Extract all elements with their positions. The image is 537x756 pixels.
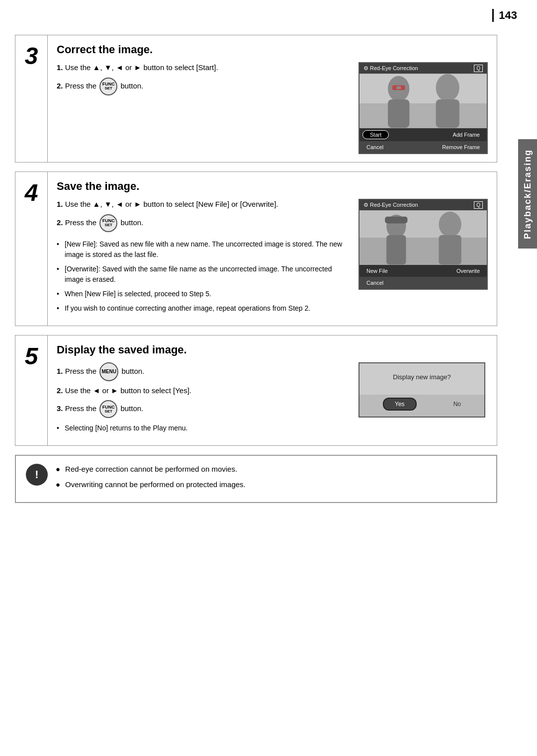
step-5-inst-2-prefix: 2. — [57, 386, 63, 395]
step-5-inst-1: 1. Press the MENU button. — [57, 362, 349, 381]
camera-photo-area-3 — [359, 74, 487, 128]
set-label-3: SET — [104, 86, 112, 90]
arrow-left-icon: ◄ — [116, 63, 123, 72]
step-4-row: 1. Use the ▲, ▼, ◄ or ► button to select… — [57, 199, 488, 318]
step-3-number: 3 — [25, 44, 38, 68]
or-text-5: or — [102, 386, 111, 395]
yes-button-display: Yes — [383, 398, 417, 411]
step-5-image: Display new image? Yes No — [358, 362, 488, 418]
step-5-inst-1-prefix: 1. — [57, 366, 63, 375]
step-4-inst-1: 1. Use the ▲, ▼, ◄ or ► button to select… — [57, 199, 349, 210]
arrow-right-icon: ► — [134, 63, 142, 72]
step-3-instructions: 1. Use the ▲, ▼, ◄ or ► button to select… — [57, 62, 349, 99]
svg-rect-13 — [385, 217, 407, 224]
warning-line-1: Red-eye correction cannot be performed o… — [56, 464, 486, 475]
set-label-4: SET — [104, 223, 112, 227]
step-3-body: Correct the image. 1. Use the ▲, ▼, ◄ or… — [48, 35, 497, 162]
warning-box: ! Red-eye correction cannot be performed… — [15, 455, 497, 503]
button-text-5b: button. — [120, 404, 143, 413]
button-text-4: button. — [120, 218, 143, 226]
step-4-inst-2-prefix: 2. — [57, 218, 63, 226]
arrow-left-icon-5: ◄ — [93, 386, 100, 395]
step-4-body: Save the image. 1. Use the ▲, ▼, ◄ or ► … — [48, 172, 497, 326]
main-content: 3 Correct the image. 1. Use the ▲, ▼, ◄ … — [15, 35, 497, 503]
press-the-text-5a: Press the — [65, 366, 99, 375]
no-button-display: No — [453, 401, 461, 408]
arrow-right-icon-4: ► — [134, 200, 142, 208]
bullet-5-1: Selecting [No] returns to the Play menu. — [57, 423, 349, 433]
page-number: 143 — [492, 9, 517, 22]
svg-rect-3 — [388, 99, 409, 128]
func-set-button-4: FUNC SET — [99, 214, 117, 232]
display-screen-5-buttons: Yes No — [359, 395, 484, 417]
svg-point-14 — [439, 212, 461, 237]
svg-rect-12 — [386, 235, 406, 264]
step-4-number-col: 4 — [15, 172, 48, 326]
warning-icon: ! — [26, 464, 48, 486]
button-to-text-4: button to select [New File] or [Overwrit… — [144, 200, 278, 208]
step-5-inst-2: 2. Use the ◄ or ► button to select [Yes]… — [57, 385, 349, 397]
func-set-button-3: FUNC SET — [99, 78, 117, 95]
photo-svg-4 — [359, 210, 487, 265]
camera-menu-bar-3: Start Add Frame — [359, 128, 487, 141]
step-3-title: Correct the image. — [57, 43, 488, 56]
button-to-select-5: button to select [Yes]. — [120, 386, 191, 395]
step-4-instructions: 1. Use the ▲, ▼, ◄ or ► button to select… — [57, 199, 349, 318]
svg-rect-15 — [439, 235, 461, 264]
step-4-number: 4 — [25, 181, 38, 205]
bullet-4-2: [Overwrite]: Saved with the same file na… — [57, 264, 349, 285]
display-screen-5-inner: Display new image? — [359, 363, 484, 395]
svg-rect-1 — [359, 74, 487, 103]
warning-text: Red-eye correction cannot be performed o… — [56, 464, 486, 494]
set-label-5: SET — [104, 410, 112, 414]
button-text-5a: button. — [121, 366, 144, 375]
menu-item-start: Start — [362, 130, 389, 139]
camera-screen-3-header: ⚙ Red-Eye Correction Q — [359, 63, 487, 74]
step-5-number-col: 5 — [15, 336, 48, 446]
step-3-inst-1: 1. Use the ▲, ▼, ◄ or ► button to select… — [57, 62, 349, 74]
step-3-row: 1. Use the ▲, ▼, ◄ or ► button to select… — [57, 62, 488, 154]
press-the-text-4: Press the — [65, 218, 99, 226]
camera-photo-area-4 — [359, 210, 487, 265]
camera-screen-4-q: Q — [474, 201, 483, 209]
warning-line-2: Overwriting cannot be performed on prote… — [56, 479, 486, 491]
step-5-inst-3: 3. Press the FUNC SET button. — [57, 400, 349, 418]
camera-screen-4-header: ⚙ Red-Eye Correction Q — [359, 200, 487, 210]
camera-menu-bar-4a: New File Overwrite — [359, 265, 487, 277]
page-container: 143 Playback/Erasing 3 Correct the image… — [0, 0, 537, 756]
arrow-left-icon-4: ◄ — [116, 200, 123, 208]
press-the-text-5b: Press the — [65, 404, 99, 413]
svg-rect-5 — [436, 99, 459, 128]
step-3-inst-1-prefix: 1. — [57, 63, 63, 72]
or-text-4a: or — [125, 200, 134, 208]
photo-svg-3 — [359, 74, 487, 128]
arrow-down-icon-4: ▼ — [104, 200, 112, 208]
step-4-title: Save the image. — [57, 180, 488, 193]
step-3-inst-2-prefix: 2. — [57, 81, 63, 89]
step-4-inst-1-prefix: 1. — [57, 200, 63, 208]
step-5-number: 5 — [25, 344, 38, 368]
step-3-inst-2: 2. Press the FUNC SET button. — [57, 78, 349, 95]
display-screen-5-text: Display new image? — [367, 373, 476, 381]
camera-menu-bar-4b: Cancel — [359, 277, 487, 289]
step-3-number-col: 3 — [15, 35, 48, 162]
step-5-instructions: 1. Press the MENU button. 2. Use the ◄ o… — [57, 362, 349, 438]
bullet-4-1: [New File]: Saved as new file with a new… — [57, 239, 349, 260]
step-5-bullets: Selecting [No] returns to the Play menu. — [57, 423, 349, 433]
display-screen-5: Display new image? Yes No — [358, 362, 485, 418]
step-4-bullets: [New File]: Saved as new file with a new… — [57, 239, 349, 314]
step-4-inst-2: 2. Press the FUNC SET button. — [57, 214, 349, 232]
bullet-4-4: If you wish to continue correcting anoth… — [57, 303, 349, 314]
step-3-section: 3 Correct the image. 1. Use the ▲, ▼, ◄ … — [15, 35, 497, 163]
or-text-1: or — [125, 63, 134, 72]
svg-point-2 — [388, 76, 409, 101]
svg-rect-10 — [359, 211, 487, 238]
step-5-title: Display the saved image. — [57, 343, 488, 356]
arrow-up-icon: ▲ — [93, 63, 100, 72]
step-5-body: Display the saved image. 1. Press the ME… — [48, 336, 497, 446]
camera-menu-bar-3b: Cancel Remove Frame — [359, 141, 487, 153]
button-to-text-1: button to select [Start]. — [144, 63, 218, 72]
camera-screen-4: ⚙ Red-Eye Correction Q — [358, 199, 488, 290]
arrow-down-icon: ▼ — [104, 63, 112, 72]
menu-item-new-file: New File — [362, 267, 392, 275]
